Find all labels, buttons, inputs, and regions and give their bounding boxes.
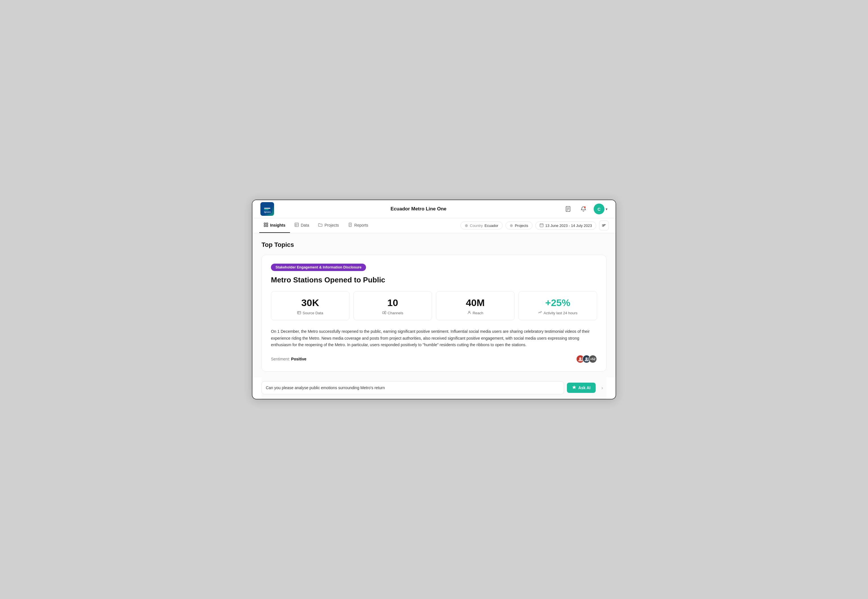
- stat-value-reach: 40M: [466, 297, 485, 309]
- topic-badge: Stakeholder Engagement & Information Dis…: [271, 263, 366, 271]
- user-menu[interactable]: C ▾: [594, 203, 608, 214]
- activity-icon: [538, 311, 542, 315]
- reach-icon: [467, 311, 471, 315]
- country-filter-value: Ecuador: [485, 223, 498, 228]
- mini-avatar-more: +52: [589, 355, 597, 363]
- stat-label-source-text: Source Data: [302, 311, 323, 315]
- filter-settings-button[interactable]: [599, 221, 609, 230]
- channels-icon: [382, 311, 386, 315]
- notification-button[interactable]: [578, 204, 589, 214]
- projects-filter[interactable]: ⊕ Projects: [505, 221, 533, 229]
- stat-label-activity-text: Activity last 24 hours: [544, 311, 577, 315]
- insights-icon: [264, 223, 268, 228]
- chevron-down-icon: ▾: [605, 207, 608, 211]
- svg-rect-31: [385, 311, 386, 314]
- stat-label-reach-text: Reach: [473, 311, 484, 315]
- nav-item-projects[interactable]: Projects: [314, 218, 344, 233]
- country-filter-icon: ⊕: [465, 223, 468, 228]
- main-content: Top Topics Stakeholder Engagement & Info…: [252, 233, 616, 377]
- sentiment-label: Sentiment:: [271, 357, 291, 361]
- nav-label-reports: Reports: [354, 223, 368, 227]
- stat-value-channels: 10: [387, 297, 398, 309]
- svg-rect-9: [264, 223, 266, 224]
- svg-rect-10: [266, 223, 268, 224]
- stats-row: 30K Source Data 10 Channels: [271, 291, 597, 320]
- nav-left: Insights Data Projects Reports: [259, 218, 461, 233]
- header: Ipsos Ecuador Metro Line One: [252, 200, 616, 218]
- svg-rect-12: [266, 225, 268, 227]
- country-filter-label: Country: [470, 223, 483, 228]
- svg-rect-13: [295, 223, 299, 227]
- stat-label-channels: Channels: [382, 311, 403, 315]
- topic-card: Stakeholder Engagement & Information Dis…: [261, 255, 607, 372]
- avatars-group: +52: [576, 355, 597, 363]
- ask-ai-label: Ask AI: [578, 385, 590, 390]
- logo: Ipsos: [260, 202, 274, 216]
- stat-value-activity: +25%: [545, 297, 570, 309]
- source-data-icon: [297, 311, 301, 315]
- topic-title: Metro Stations Opened to Public: [271, 275, 597, 284]
- reports-icon: [348, 223, 352, 228]
- nav-label-data: Data: [301, 223, 309, 227]
- stat-channels: 10 Channels: [353, 291, 432, 320]
- topic-description: On 1 December, the Metro successfully re…: [271, 328, 597, 348]
- ai-input[interactable]: [266, 385, 560, 390]
- ai-input-container: [261, 381, 564, 394]
- svg-rect-11: [264, 225, 266, 227]
- ai-bar: Ask AI ›: [261, 377, 607, 399]
- nav-label-insights: Insights: [270, 223, 285, 227]
- projects-filter-label: Projects: [515, 223, 528, 228]
- stat-value-source: 30K: [301, 297, 319, 309]
- sentiment-value: Positive: [291, 357, 306, 361]
- nav-label-projects: Projects: [324, 223, 339, 227]
- date-filter-value: 13 June 2023 - 14 July 2023: [545, 223, 592, 228]
- svg-text:Ipsos: Ipsos: [264, 211, 271, 213]
- sentiment-row: Sentiment: Positive +52: [271, 355, 597, 363]
- stat-label-source: Source Data: [297, 311, 323, 315]
- country-filter[interactable]: ⊕ Country Ecuador: [461, 221, 503, 229]
- stat-label-activity: Activity last 24 hours: [538, 311, 577, 315]
- svg-rect-1: [264, 208, 270, 209]
- stat-activity: +25% Activity last 24 hours: [518, 291, 597, 320]
- nav: Insights Data Projects Reports: [252, 218, 616, 233]
- header-actions: C ▾: [563, 203, 608, 214]
- nav-item-reports[interactable]: Reports: [344, 218, 373, 233]
- nav-item-insights[interactable]: Insights: [259, 218, 290, 233]
- section-title: Top Topics: [261, 241, 607, 248]
- ask-ai-button[interactable]: Ask AI: [567, 382, 596, 393]
- nav-item-data[interactable]: Data: [290, 218, 314, 233]
- sentiment-text: Sentiment: Positive: [271, 357, 306, 361]
- nav-filters: ⊕ Country Ecuador ⊕ Projects 13 June 202…: [461, 221, 609, 230]
- svg-rect-30: [383, 312, 384, 314]
- stat-source-data: 30K Source Data: [271, 291, 350, 320]
- projects-icon: [318, 223, 323, 228]
- page-title: Ecuador Metro Line One: [274, 206, 563, 212]
- svg-rect-21: [540, 224, 543, 227]
- document-button[interactable]: [563, 204, 573, 214]
- ai-chevron-button[interactable]: ›: [598, 384, 607, 392]
- projects-filter-icon: ⊕: [510, 223, 513, 228]
- avatar: C: [594, 203, 604, 214]
- svg-point-35: [586, 357, 588, 360]
- date-filter[interactable]: 13 June 2023 - 14 July 2023: [535, 221, 596, 230]
- svg-point-34: [579, 357, 581, 360]
- svg-point-33: [469, 311, 470, 313]
- data-icon: [294, 223, 299, 228]
- svg-point-8: [584, 206, 586, 208]
- svg-rect-27: [297, 312, 301, 314]
- browser-window: Ipsos Ecuador Metro Line One: [252, 200, 616, 399]
- calendar-icon: [539, 223, 544, 228]
- ask-ai-icon: [572, 385, 576, 390]
- stat-label-channels-text: Channels: [387, 311, 403, 315]
- stat-label-reach: Reach: [467, 311, 484, 315]
- stat-reach: 40M Reach: [436, 291, 515, 320]
- svg-rect-2: [264, 209, 269, 210]
